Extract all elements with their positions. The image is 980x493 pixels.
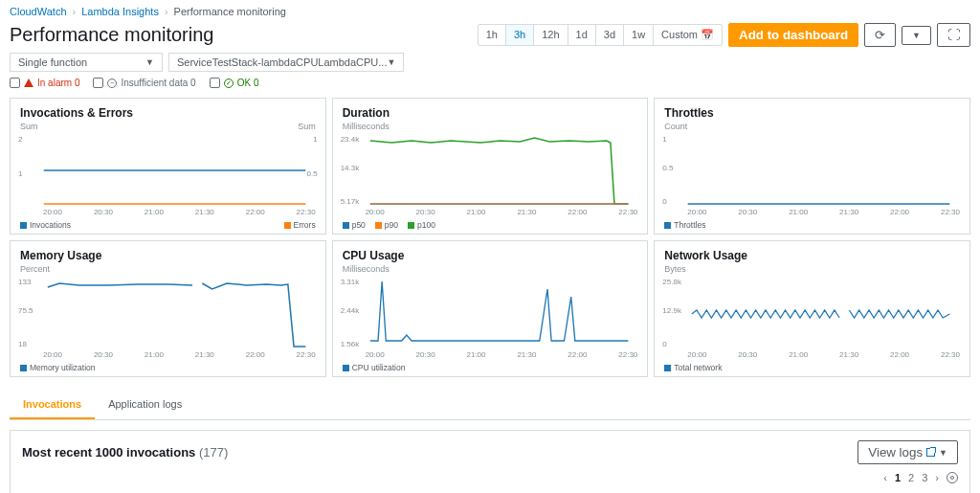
view-mode-value: Single function [18,56,87,68]
range-1h[interactable]: 1h [479,25,506,45]
panel-title: Duration [343,106,638,120]
expand-icon: ⛶ [947,28,960,42]
th-request-id[interactable]: Request ID▽ [274,489,515,493]
panel-title: Invocations & Errors [20,106,316,120]
pager: ‹ 1 2 3 › [22,472,958,483]
invocations-table-section: Most recent 1000 invocations (177) View … [10,430,970,493]
x-axis: 20:0020:3021:0021:3022:0022:30 [20,348,316,361]
square-icon [20,222,27,229]
refresh-icon: ⟳ [875,28,885,42]
breadcrumb-mid[interactable]: Lambda Insights [81,6,159,17]
legend-throttles: Throttles [664,220,705,230]
tab-invocations[interactable]: Invocations [10,391,95,419]
checkbox-icon [93,78,103,88]
range-1w[interactable]: 1w [624,25,654,45]
th-network[interactable]: Network IO▽ [681,489,781,493]
chevron-down-icon: ▼ [939,448,947,458]
chevron-down-icon: ▼ [145,57,154,67]
legend-p100: p100 [408,220,435,230]
minus-circle-icon: − [107,78,117,88]
chevron-down-icon: ▼ [387,57,395,67]
range-3h[interactable]: 3h [506,25,534,45]
panel-sub-right: Sum [298,122,316,131]
checkbox-icon [210,78,220,88]
pager-next[interactable]: › [935,472,939,483]
refresh-button[interactable]: ⟳ [864,23,896,47]
panel-title: CPU Usage [343,249,638,262]
legend-p50: p50 [343,220,366,230]
x-axis: 20:0020:3021:0021:3022:0022:30 [343,206,638,218]
breadcrumb-root[interactable]: CloudWatch [10,6,67,17]
x-axis: 20:0020:3021:0021:3022:0022:30 [343,348,638,361]
function-select[interactable]: ServiceTestStack-lambdaCPULambdaCPU... ▼ [168,53,404,72]
th-memory[interactable]: Memory %▽ [578,489,681,493]
pager-page-1[interactable]: 1 [895,472,901,483]
legend-network: Total network [664,363,722,372]
x-axis: 20:0020:3021:0021:3022:0022:30 [664,206,960,218]
gear-icon[interactable] [947,472,958,483]
status-ok-label: OK 0 [237,78,259,88]
fullscreen-button[interactable]: ⛶ [937,23,970,47]
x-axis: 20:0020:3021:0021:3022:0022:30 [20,206,316,218]
panel-sub: Milliseconds [343,122,638,131]
panel-sub: Count [664,122,960,131]
legend-p90: p90 [375,220,398,230]
chart-cpu[interactable]: 3.31k2.44k1.56k [343,278,638,348]
x-axis: 20:0020:3021:0021:3022:0022:30 [664,348,960,361]
pager-prev[interactable]: ‹ [883,472,887,483]
breadcrumb: CloudWatch › Lambda Insights › Performan… [0,0,980,23]
panel-throttles: Throttles Count 10.50 20:0020:3021:0021:… [654,98,970,235]
chart-memory[interactable]: 13375.518 [20,278,316,348]
legend-invocations: Invocations [20,220,71,230]
panel-invocations-errors: Invocations & Errors SumSum 21 10.5 20:0… [10,98,326,235]
alarm-status-row: In alarm 0 −Insufficient data 0 ✓OK 0 [0,78,980,98]
view-mode-select[interactable]: Single function ▼ [10,53,163,72]
legend-errors: Errors [284,220,316,230]
page-title: Performance monitoring [10,24,213,46]
panel-network: Network Usage Bytes 25.8k12.9k0 20:0020:… [654,240,970,377]
range-custom[interactable]: Custom 📅 [654,25,722,45]
table-count: (177) [199,445,228,459]
panel-memory: Memory Usage Percent 13375.518 20:0020:3… [10,240,326,377]
chart-duration[interactable]: 23.4k14.3k5.17k [343,135,638,206]
ok-filter[interactable]: ✓OK 0 [210,78,259,88]
checkbox-icon [10,78,20,88]
chart-throttles[interactable]: 10.50 [664,135,960,206]
refresh-options-button[interactable]: ▼ [902,26,931,45]
panel-sub: Bytes [664,264,960,274]
table-title: Most recent 1000 invocations (177) [22,445,228,459]
external-link-icon [926,448,935,457]
range-12h[interactable]: 12h [534,25,568,45]
in-alarm-filter[interactable]: In alarm 0 [10,78,79,88]
range-3d[interactable]: 3d [596,25,624,45]
breadcrumb-current: Performance monitoring [174,6,286,17]
th-trace[interactable]: Trace▽ [514,489,578,493]
range-1d[interactable]: 1d [568,25,596,45]
chart-network[interactable]: 25.8k12.9k0 [664,278,960,348]
panel-duration: Duration Milliseconds 23.4k14.3k5.17k 20… [332,98,649,235]
tab-application-logs[interactable]: Application logs [95,391,195,419]
panel-sub: Milliseconds [343,264,638,274]
check-circle-icon: ✓ [224,78,234,88]
th-cpu[interactable]: CPU time▽ [780,489,869,493]
panel-sub: Percent [20,264,316,274]
legend-memory: Memory utilization [20,363,96,372]
th-timestamp[interactable]: Timestamp [44,489,274,493]
status-alarm-label: In alarm 0 [37,78,79,88]
panel-title: Throttles [664,106,960,120]
panel-title: Memory Usage [20,249,316,262]
legend-cpu: CPU utilization [343,363,406,372]
insufficient-data-filter[interactable]: −Insufficient data 0 [93,78,195,88]
add-to-dashboard-button[interactable]: Add to dashboard [728,23,858,47]
square-icon [284,222,291,229]
view-logs-button[interactable]: View logs ▼ [858,440,958,464]
panel-cpu: CPU Usage Milliseconds 3.31k2.44k1.56k 2… [332,240,649,377]
tabbar: Invocations Application logs [10,391,970,420]
pager-page-2[interactable]: 2 [908,472,914,483]
time-range-tabs: 1h 3h 12h 1d 3d 1w Custom 📅 [478,24,723,46]
pager-page-3[interactable]: 3 [922,472,927,483]
chart-invocations[interactable]: 21 10.5 [20,135,316,206]
chevron-down-icon: ▼ [912,31,921,40]
th-cold[interactable]: Cold start▽ [869,489,958,493]
alarm-triangle-icon [24,78,33,87]
